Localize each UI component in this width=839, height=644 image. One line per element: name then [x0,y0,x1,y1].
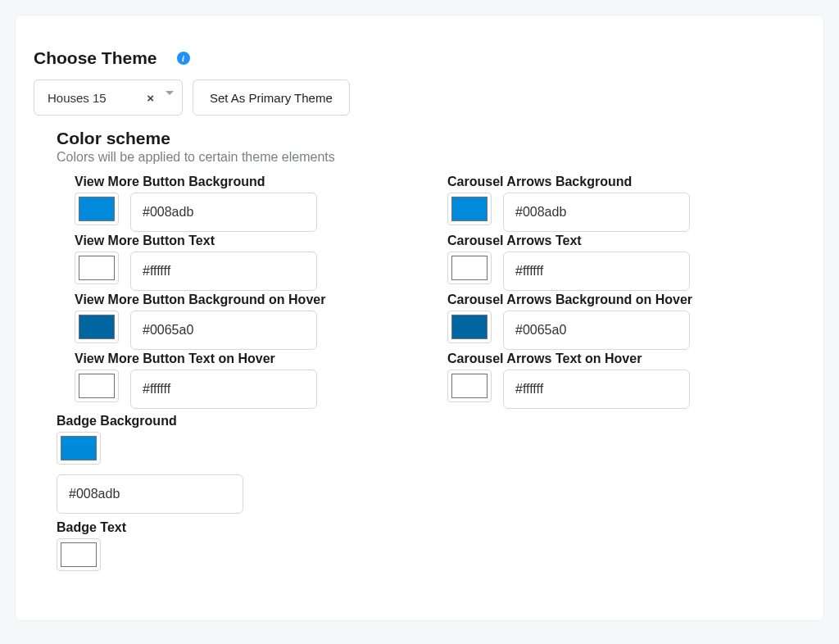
swatch-color-icon [79,197,115,221]
color-swatch[interactable] [75,370,119,402]
chevron-down-icon [166,91,174,95]
field-label: Badge Background [57,414,805,429]
hex-input[interactable] [503,370,690,409]
color-swatch[interactable] [447,252,492,284]
field-label: View More Button Background on Hover [75,293,433,307]
hex-input[interactable] [130,193,317,232]
swatch-color-icon [451,256,488,280]
hex-input[interactable] [130,252,317,291]
clear-icon[interactable]: × [138,91,162,105]
color-swatch[interactable] [57,538,101,571]
swatch-color-icon [451,374,488,398]
theme-select[interactable]: Houses 15 × [34,79,183,116]
swatch-color-icon [79,256,115,280]
color-swatch[interactable] [75,252,119,284]
color-swatch[interactable] [57,432,101,465]
set-primary-theme-button[interactable]: Set As Primary Theme [193,79,350,116]
field-label: Carousel Arrows Text [447,234,805,248]
color-swatch[interactable] [75,311,119,343]
swatch-color-icon [61,542,97,567]
hex-input[interactable] [503,252,690,291]
field-label: View More Button Background [75,175,433,189]
swatch-color-icon [451,315,488,339]
color-swatch[interactable] [75,193,119,225]
hex-input[interactable] [503,311,690,350]
swatch-color-icon [79,315,115,339]
color-swatch[interactable] [447,311,492,343]
color-scheme-title: Color scheme [57,129,805,148]
hex-input[interactable] [130,370,317,409]
field-label: View More Button Text on Hover [75,351,433,366]
field-label: View More Button Text [75,234,433,248]
theme-select-value: Houses 15 [48,91,138,105]
color-swatch[interactable] [447,370,492,402]
swatch-color-icon [451,197,488,221]
page-heading: Choose Theme [34,48,157,68]
swatch-color-icon [61,436,97,460]
info-icon[interactable]: i [177,52,190,65]
color-scheme-subtitle: Colors will be applied to certain theme … [57,150,805,165]
field-label: Carousel Arrows Background [447,175,805,189]
hex-input[interactable] [130,311,317,350]
color-swatch[interactable] [447,193,492,225]
field-label: Carousel Arrows Text on Hover [447,351,805,366]
hex-input[interactable] [503,193,690,232]
field-label: Carousel Arrows Background on Hover [447,293,805,307]
swatch-color-icon [79,374,115,398]
hex-input[interactable] [57,474,243,514]
field-label: Badge Text [57,520,805,535]
